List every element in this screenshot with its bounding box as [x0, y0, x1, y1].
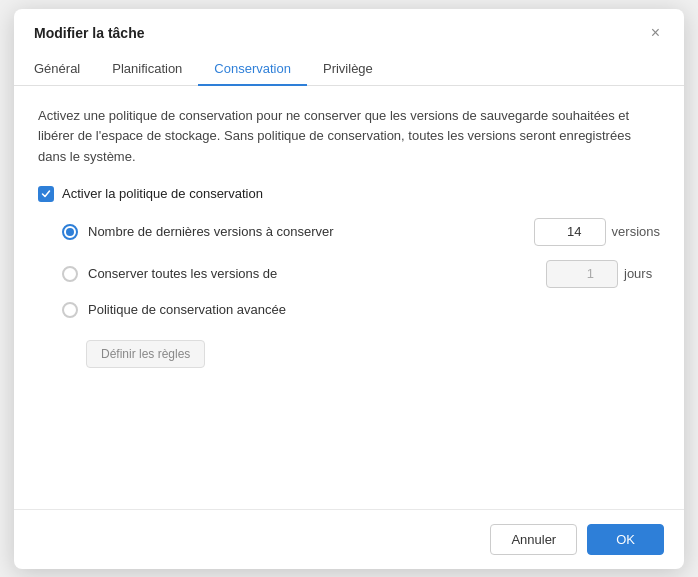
dialog-footer: Annuler OK: [14, 509, 684, 569]
cancel-button[interactable]: Annuler: [490, 524, 577, 555]
enable-policy-row[interactable]: Activer la politique de conservation: [38, 186, 660, 202]
dialog-body: Activez une politique de conservation po…: [14, 86, 684, 509]
last-versions-label: Nombre de dernières versions à conserver: [88, 224, 524, 239]
all-versions-label: Conserver toutes les versions de: [88, 266, 536, 281]
last-versions-radio[interactable]: [62, 224, 78, 240]
advanced-policy-label: Politique de conservation avancée: [88, 302, 660, 317]
checkmark-icon: [41, 189, 51, 199]
tab-planification[interactable]: Planification: [96, 53, 198, 86]
ok-button[interactable]: OK: [587, 524, 664, 555]
last-versions-input[interactable]: [534, 218, 606, 246]
conservation-description: Activez une politique de conservation po…: [38, 106, 660, 168]
enable-policy-label: Activer la politique de conservation: [62, 186, 263, 201]
advanced-policy-radio[interactable]: [62, 302, 78, 318]
tab-conservation[interactable]: Conservation: [198, 53, 307, 86]
last-versions-row[interactable]: Nombre de dernières versions à conserver…: [62, 218, 660, 246]
advanced-policy-row[interactable]: Politique de conservation avancée: [62, 302, 660, 318]
tabs-bar: Général Planification Conservation Privi…: [14, 43, 684, 86]
all-versions-radio[interactable]: [62, 266, 78, 282]
tab-privilege[interactable]: Privilège: [307, 53, 389, 86]
define-rules-section: Définir les règles: [86, 334, 660, 368]
close-button[interactable]: ×: [647, 23, 664, 43]
define-rules-button[interactable]: Définir les règles: [86, 340, 205, 368]
last-versions-input-group: versions: [534, 218, 660, 246]
dialog-title: Modifier la tâche: [34, 25, 144, 41]
dialog: Modifier la tâche × Général Planificatio…: [14, 9, 684, 569]
all-versions-input-group: jours: [546, 260, 660, 288]
dialog-header: Modifier la tâche ×: [14, 9, 684, 43]
all-versions-input[interactable]: [546, 260, 618, 288]
policy-options: Nombre de dernières versions à conserver…: [62, 218, 660, 368]
last-versions-unit: versions: [612, 224, 660, 239]
all-versions-unit: jours: [624, 266, 660, 281]
all-versions-row[interactable]: Conserver toutes les versions de jours: [62, 260, 660, 288]
enable-policy-checkbox[interactable]: [38, 186, 54, 202]
tab-general[interactable]: Général: [34, 53, 96, 86]
